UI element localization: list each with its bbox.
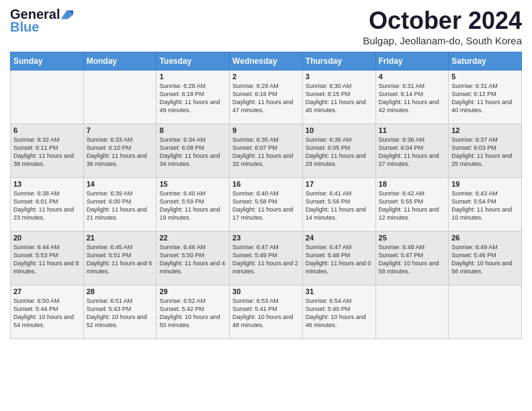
calendar-cell: 1Sunrise: 6:28 AMSunset: 6:18 PMDaylight… <box>157 71 230 124</box>
day-info: Sunrise: 6:39 AMSunset: 6:00 PMDaylight:… <box>87 189 154 222</box>
day-info: Sunrise: 6:47 AMSunset: 5:48 PMDaylight:… <box>306 243 373 276</box>
day-number: 19 <box>451 180 519 188</box>
day-info: Sunrise: 6:40 AMSunset: 5:59 PMDaylight:… <box>159 189 226 222</box>
calendar-cell <box>375 285 449 339</box>
calendar-cell <box>83 71 157 124</box>
day-info: Sunrise: 6:37 AMSunset: 6:03 PMDaylight:… <box>451 136 519 169</box>
day-info: Sunrise: 6:47 AMSunset: 5:49 PMDaylight:… <box>232 243 300 276</box>
day-number: 4 <box>379 73 446 81</box>
day-info: Sunrise: 6:45 AMSunset: 5:51 PMDaylight:… <box>87 243 154 276</box>
calendar-cell: 9Sunrise: 6:35 AMSunset: 6:07 PMDaylight… <box>230 124 303 178</box>
day-info: Sunrise: 6:38 AMSunset: 6:01 PMDaylight:… <box>13 189 81 222</box>
calendar-cell: 17Sunrise: 6:41 AMSunset: 5:56 PMDayligh… <box>302 178 375 232</box>
day-number: 12 <box>451 126 519 134</box>
weekday-header-tuesday: Tuesday <box>157 52 230 71</box>
day-number: 8 <box>159 126 226 134</box>
day-number: 10 <box>306 126 373 134</box>
day-number: 16 <box>232 180 300 188</box>
day-info: Sunrise: 6:53 AMSunset: 5:41 PMDaylight:… <box>232 297 300 330</box>
day-number: 25 <box>379 234 446 242</box>
calendar-cell: 23Sunrise: 6:47 AMSunset: 5:49 PMDayligh… <box>230 232 303 285</box>
day-info: Sunrise: 6:33 AMSunset: 6:10 PMDaylight:… <box>87 136 154 169</box>
calendar-week-row: 13Sunrise: 6:38 AMSunset: 6:01 PMDayligh… <box>11 178 522 232</box>
page-header: General Blue October 2024 Bulgap, Jeolla… <box>10 7 522 46</box>
day-number: 11 <box>379 126 446 134</box>
day-info: Sunrise: 6:40 AMSunset: 5:58 PMDaylight:… <box>232 189 300 222</box>
calendar-cell: 5Sunrise: 6:31 AMSunset: 6:12 PMDaylight… <box>449 71 522 124</box>
day-info: Sunrise: 6:36 AMSunset: 6:04 PMDaylight:… <box>379 136 446 169</box>
calendar-cell: 15Sunrise: 6:40 AMSunset: 5:59 PMDayligh… <box>157 178 230 232</box>
day-info: Sunrise: 6:35 AMSunset: 6:07 PMDaylight:… <box>232 136 300 169</box>
day-info: Sunrise: 6:41 AMSunset: 5:56 PMDaylight:… <box>306 189 373 222</box>
weekday-header-row: SundayMondayTuesdayWednesdayThursdayFrid… <box>11 52 522 71</box>
calendar-cell: 26Sunrise: 6:49 AMSunset: 5:46 PMDayligh… <box>449 232 522 285</box>
logo: General Blue <box>10 7 73 35</box>
calendar-cell: 19Sunrise: 6:43 AMSunset: 5:54 PMDayligh… <box>449 178 522 232</box>
calendar-week-row: 27Sunrise: 6:50 AMSunset: 5:44 PMDayligh… <box>11 285 522 339</box>
day-info: Sunrise: 6:50 AMSunset: 5:44 PMDaylight:… <box>13 297 81 330</box>
calendar-cell: 2Sunrise: 6:29 AMSunset: 6:16 PMDaylight… <box>230 71 303 124</box>
calendar-cell: 10Sunrise: 6:36 AMSunset: 6:05 PMDayligh… <box>302 124 375 178</box>
calendar-cell: 13Sunrise: 6:38 AMSunset: 6:01 PMDayligh… <box>11 178 84 232</box>
weekday-header-wednesday: Wednesday <box>230 52 303 71</box>
calendar-cell: 8Sunrise: 6:34 AMSunset: 6:08 PMDaylight… <box>157 124 230 178</box>
day-number: 22 <box>159 234 226 242</box>
day-number: 21 <box>87 234 154 242</box>
calendar-cell: 4Sunrise: 6:31 AMSunset: 6:14 PMDaylight… <box>375 71 449 124</box>
day-info: Sunrise: 6:42 AMSunset: 5:55 PMDaylight:… <box>379 189 446 222</box>
calendar-cell: 18Sunrise: 6:42 AMSunset: 5:55 PMDayligh… <box>375 178 449 232</box>
weekday-header-friday: Friday <box>375 52 449 71</box>
calendar-cell: 16Sunrise: 6:40 AMSunset: 5:58 PMDayligh… <box>230 178 303 232</box>
calendar-cell: 21Sunrise: 6:45 AMSunset: 5:51 PMDayligh… <box>83 232 157 285</box>
calendar-cell: 25Sunrise: 6:48 AMSunset: 5:47 PMDayligh… <box>375 232 449 285</box>
calendar-cell: 6Sunrise: 6:32 AMSunset: 6:11 PMDaylight… <box>11 124 84 178</box>
day-number: 5 <box>451 73 519 81</box>
calendar-cell: 31Sunrise: 6:54 AMSunset: 5:40 PMDayligh… <box>302 285 375 339</box>
day-info: Sunrise: 6:48 AMSunset: 5:47 PMDaylight:… <box>379 243 446 276</box>
calendar-week-row: 6Sunrise: 6:32 AMSunset: 6:11 PMDaylight… <box>11 124 522 178</box>
day-number: 18 <box>379 180 446 188</box>
calendar-cell: 7Sunrise: 6:33 AMSunset: 6:10 PMDaylight… <box>83 124 157 178</box>
day-number: 13 <box>13 180 81 188</box>
calendar-cell: 12Sunrise: 6:37 AMSunset: 6:03 PMDayligh… <box>449 124 522 178</box>
day-number: 7 <box>87 126 154 134</box>
day-info: Sunrise: 6:30 AMSunset: 6:15 PMDaylight:… <box>306 82 373 115</box>
day-info: Sunrise: 6:49 AMSunset: 5:46 PMDaylight:… <box>451 243 519 276</box>
day-number: 9 <box>232 126 300 134</box>
weekday-header-thursday: Thursday <box>302 52 375 71</box>
day-info: Sunrise: 6:29 AMSunset: 6:16 PMDaylight:… <box>232 82 300 115</box>
weekday-header-monday: Monday <box>83 52 157 71</box>
month-title: October 2024 <box>363 7 522 35</box>
day-number: 20 <box>13 234 81 242</box>
day-number: 17 <box>306 180 373 188</box>
day-number: 27 <box>13 287 81 295</box>
calendar-week-row: 1Sunrise: 6:28 AMSunset: 6:18 PMDaylight… <box>11 71 522 124</box>
day-number: 3 <box>306 73 373 81</box>
calendar-week-row: 20Sunrise: 6:44 AMSunset: 5:53 PMDayligh… <box>11 232 522 285</box>
day-number: 29 <box>159 287 226 295</box>
day-info: Sunrise: 6:46 AMSunset: 5:50 PMDaylight:… <box>159 243 226 276</box>
day-info: Sunrise: 6:28 AMSunset: 6:18 PMDaylight:… <box>159 82 226 115</box>
day-number: 2 <box>232 73 300 81</box>
logo-icon <box>61 10 73 19</box>
calendar-cell: 30Sunrise: 6:53 AMSunset: 5:41 PMDayligh… <box>230 285 303 339</box>
day-info: Sunrise: 6:52 AMSunset: 5:42 PMDaylight:… <box>159 297 226 330</box>
calendar-cell: 22Sunrise: 6:46 AMSunset: 5:50 PMDayligh… <box>157 232 230 285</box>
calendar-cell <box>11 71 84 124</box>
day-info: Sunrise: 6:43 AMSunset: 5:54 PMDaylight:… <box>451 189 519 222</box>
day-number: 24 <box>306 234 373 242</box>
day-number: 1 <box>159 73 226 81</box>
weekday-header-sunday: Sunday <box>11 52 84 71</box>
day-number: 14 <box>87 180 154 188</box>
calendar-cell: 27Sunrise: 6:50 AMSunset: 5:44 PMDayligh… <box>11 285 84 339</box>
day-number: 15 <box>159 180 226 188</box>
day-info: Sunrise: 6:31 AMSunset: 6:12 PMDaylight:… <box>451 82 519 115</box>
day-info: Sunrise: 6:54 AMSunset: 5:40 PMDaylight:… <box>306 297 373 330</box>
calendar-cell: 29Sunrise: 6:52 AMSunset: 5:42 PMDayligh… <box>157 285 230 339</box>
calendar-cell: 14Sunrise: 6:39 AMSunset: 6:00 PMDayligh… <box>83 178 157 232</box>
calendar-cell <box>449 285 522 339</box>
day-info: Sunrise: 6:44 AMSunset: 5:53 PMDaylight:… <box>13 243 81 276</box>
logo-blue-text: Blue <box>10 19 39 35</box>
calendar-cell: 28Sunrise: 6:51 AMSunset: 5:43 PMDayligh… <box>83 285 157 339</box>
day-number: 23 <box>232 234 300 242</box>
